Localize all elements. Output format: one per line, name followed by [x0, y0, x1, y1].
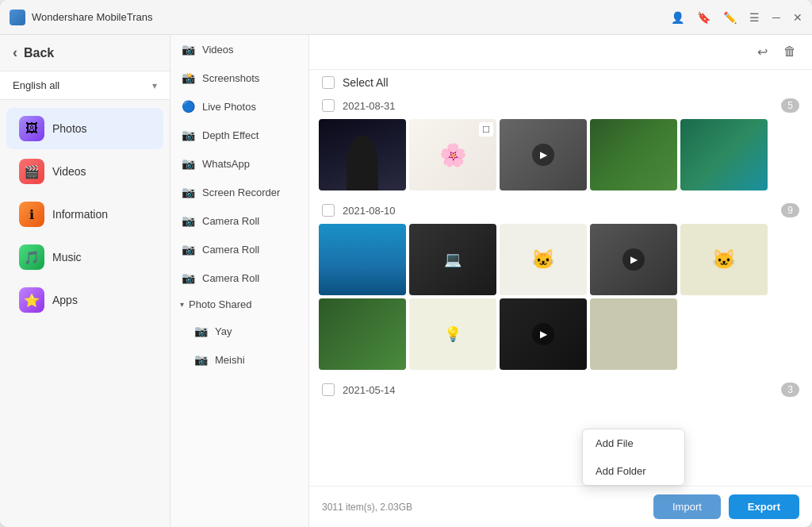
sub-panel: 📷 Videos 📸 Screenshots 🔵 Live Photos 📷 D…	[170, 35, 309, 527]
title-bar: Wondershare MobileTrans 👤 🔖 ✏️ ☰ ─ ✕	[0, 0, 812, 35]
sub-label-meishi: Meishi	[215, 354, 245, 366]
photo-row-2: 💻 🐱 ▶	[319, 224, 802, 295]
delete-icon-btn[interactable]: 🗑	[780, 41, 799, 63]
sub-label-camera-roll-1: Camera Roll	[202, 215, 259, 227]
photo-thumb[interactable]: 🐱	[500, 224, 587, 295]
date-count-2: 9	[781, 203, 799, 217]
edit-icon-btn[interactable]: ✏️	[723, 11, 737, 24]
sub-item-meishi[interactable]: 📷 Meishi	[170, 345, 308, 374]
photo-grid-scroll: 2021-08-31 5 ☐	[309, 92, 812, 486]
photo-thumb[interactable]	[319, 298, 406, 370]
date-section-2: 2021-08-10 9 💻	[319, 197, 802, 370]
sidebar-label-music: Music	[52, 251, 82, 264]
apps-icon: ⭐	[19, 287, 44, 313]
sub-label-whatsapp: WhatsApp	[202, 158, 250, 170]
user-icon-btn[interactable]: 👤	[671, 11, 684, 24]
sidebar-item-apps[interactable]: ⭐ Apps	[6, 279, 163, 321]
sidebar-item-information[interactable]: ℹ Information	[6, 194, 163, 235]
sub-item-camera-roll-2[interactable]: 📷 Camera Roll	[170, 235, 308, 264]
date-checkbox-1[interactable]	[322, 99, 335, 112]
content-toolbar: ↩ 🗑	[309, 35, 812, 70]
back-button[interactable]: ‹ Back	[0, 35, 170, 71]
sub-item-yay[interactable]: 📷 Yay	[170, 317, 308, 345]
photo-thumb[interactable]	[590, 298, 677, 370]
undo-icon-btn[interactable]: ↩	[754, 41, 771, 63]
play-icon-3[interactable]: ▶	[532, 323, 554, 345]
sidebar-item-videos[interactable]: 🎬 Videos	[6, 151, 163, 192]
sub-screenrec-icon: 📷	[180, 186, 196, 198]
sidebar-item-photos[interactable]: 🖼 Photos	[6, 108, 163, 149]
photo-shared-section[interactable]: ▾ Photo Shared	[170, 292, 308, 317]
back-label: Back	[24, 46, 54, 60]
photo-thumb[interactable]	[680, 119, 768, 190]
sub-item-camera-roll-3[interactable]: 📷 Camera Roll	[170, 264, 308, 292]
sub-label-camera-roll-2: Camera Roll	[202, 244, 259, 256]
music-icon: 🎵	[19, 244, 44, 270]
photo-thumb[interactable]: 💻	[409, 224, 496, 295]
select-all-checkbox[interactable]	[322, 76, 335, 89]
sub-item-whatsapp[interactable]: 📷 WhatsApp	[170, 149, 308, 178]
play-icon-2[interactable]: ▶	[622, 248, 645, 271]
minimize-btn[interactable]: ─	[772, 11, 780, 24]
chevron-down-icon: ▾	[152, 80, 157, 91]
sidebar: ‹ Back English all ▾ 🖼 Photos 🎬 Videos ℹ	[0, 35, 170, 527]
photo-thumb[interactable]: ▶	[590, 224, 677, 295]
date-section-1: 2021-08-31 5 ☐	[319, 92, 802, 190]
photo-thumb[interactable]	[590, 119, 677, 190]
sub-label-videos: Videos	[202, 44, 234, 56]
sub-item-screen-recorder[interactable]: 📷 Screen Recorder	[170, 178, 308, 206]
add-file-menu-item[interactable]: Add File	[583, 429, 684, 457]
sub-cameraroll2-icon: 📷	[180, 243, 196, 256]
app-title: Wondershare MobileTrans	[32, 11, 671, 23]
date-label-2: 2021-08-10	[343, 205, 773, 217]
date-checkbox-2[interactable]	[322, 204, 335, 217]
select-all-label[interactable]: Select All	[343, 76, 389, 89]
import-button[interactable]: Import	[653, 494, 721, 519]
toolbar-actions: ↩ 🗑	[754, 41, 799, 63]
sub-item-camera-roll-1[interactable]: 📷 Camera Roll	[170, 206, 308, 235]
check-overlay: ☐	[479, 122, 493, 137]
item-count: 3011 item(s), 2.03GB	[322, 502, 645, 513]
sub-screenshots-icon: 📸	[180, 71, 196, 84]
sub-item-videos[interactable]: 📷 Videos	[170, 35, 308, 63]
photo-thumb[interactable]: 🐱	[680, 224, 768, 295]
sub-label-live-photos: Live Photos	[202, 101, 256, 113]
sub-label-screenshots: Screenshots	[202, 72, 259, 84]
sub-item-screenshots[interactable]: 📸 Screenshots	[170, 63, 308, 92]
sub-whatsapp-icon: 📷	[180, 157, 196, 170]
sidebar-nav: 🖼 Photos 🎬 Videos ℹ Information 🎵 Music …	[0, 100, 170, 519]
sub-label-camera-roll-3: Camera Roll	[202, 272, 259, 284]
device-selector[interactable]: English all ▾	[0, 71, 170, 100]
close-btn[interactable]: ✕	[793, 11, 802, 24]
menu-icon-btn[interactable]: ☰	[749, 11, 760, 24]
date-label-1: 2021-08-31	[343, 100, 773, 112]
photo-thumb[interactable]: ▶	[500, 119, 587, 190]
sub-item-live-photos[interactable]: 🔵 Live Photos	[170, 92, 308, 121]
photo-row-3: 💡 ▶	[319, 298, 802, 370]
sub-videos-icon: 📷	[180, 43, 196, 56]
add-folder-menu-item[interactable]: Add Folder	[583, 457, 684, 485]
sidebar-item-music[interactable]: 🎵 Music	[6, 237, 163, 278]
photo-thumb[interactable]: ☐ 🌸	[409, 119, 496, 190]
sub-yay-icon: 📷	[193, 325, 209, 337]
sub-deptheffect-icon: 📷	[180, 129, 196, 141]
photo-thumb[interactable]: ▶	[500, 298, 587, 370]
date-checkbox-3[interactable]	[322, 383, 335, 396]
select-all-row: Select All	[309, 70, 812, 92]
export-button[interactable]: Export	[729, 494, 799, 519]
sidebar-label-photos: Photos	[52, 122, 87, 135]
sub-meishi-icon: 📷	[193, 353, 209, 366]
date-label-3: 2021-05-14	[343, 384, 773, 396]
photo-thumb[interactable]	[319, 119, 406, 190]
photo-thumb[interactable]: 💡	[409, 298, 496, 370]
play-icon[interactable]: ▶	[532, 144, 554, 166]
main-layout: ‹ Back English all ▾ 🖼 Photos 🎬 Videos ℹ	[0, 35, 812, 527]
sub-item-depth-effect[interactable]: 📷 Depth Effect	[170, 121, 308, 149]
sub-label-depth-effect: Depth Effect	[202, 129, 259, 141]
date-header-2: 2021-08-10 9	[319, 197, 802, 224]
date-count-3: 3	[781, 383, 799, 397]
date-header-3: 2021-05-14 3	[319, 376, 802, 403]
bookmark-icon-btn[interactable]: 🔖	[697, 11, 710, 24]
photo-shared-label: Photo Shared	[189, 298, 252, 310]
photo-thumb[interactable]	[319, 224, 406, 295]
